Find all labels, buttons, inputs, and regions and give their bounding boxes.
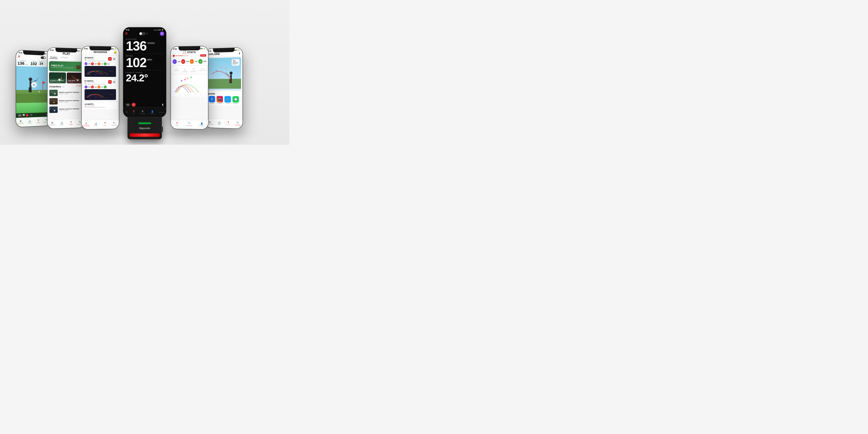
svg-text:25: 25: [174, 94, 176, 95]
video-icon-2[interactable]: ▶: [113, 80, 116, 84]
tab-stats-2[interactable]: 📊 STATS: [57, 121, 66, 126]
phone-main-display: 9:41 ▲▲▲ WiFi 🔋 R ☾ P DISTANCE: [123, 27, 166, 118]
distance-main-stat: DISTANCE 136 YARDS: [123, 38, 166, 52]
phone4-inner: R ☾ P DISTANCE 136 YARDS: [123, 28, 166, 117]
phone1-stats-row: DISTANCE 136 YARDS SPEED 102 LAUNCH: [16, 59, 51, 67]
closest-to-pin-card[interactable]: CLOSEST TO THE PIN IMPROVE YOUR GAME 2D: [49, 72, 66, 83]
golfer-card[interactable]: 71 RICKIE F. 62.com: [207, 57, 241, 90]
comp-photo-2: [50, 98, 58, 104]
stat-cell-trajectory: — TRAJECTORY: [198, 66, 207, 73]
twitter-share[interactable]: 🐦 Twitter: [224, 96, 231, 104]
share-btn-main[interactable]: ⬆: [161, 103, 164, 106]
comp-item-1[interactable]: Weekly Long Drive Challenge 9 May - 16 M…: [48, 89, 85, 97]
play-button[interactable]: ▶: [31, 82, 37, 88]
phone4-status-bar: 9:41 ▲▲▲ WiFi 🔋: [123, 28, 166, 31]
profile-button[interactable]: P: [160, 31, 164, 36]
svg-rect-69: [230, 74, 231, 80]
golfer-image: ▶: [16, 66, 51, 103]
view-2d-btn-main[interactable]: 2D: [125, 103, 130, 106]
club-badge-4i: 4i: [198, 59, 203, 64]
location-2: 📍 Laguna National Golf Club, USA: [85, 83, 105, 85]
facebook-share[interactable]: f Facebook: [209, 96, 215, 104]
rapsodo-device-stand: Rapsodo: [127, 116, 162, 139]
whatsapp-icon: 💬: [232, 96, 239, 103]
tab-sessions-3[interactable]: ☰ SESSIONS: [82, 122, 91, 126]
tab-explore-5[interactable]: 🔭 EXPLORE: [183, 122, 196, 126]
main-tab-play[interactable]: 📍 PLAY: [132, 110, 135, 114]
video-icon-1[interactable]: ▶: [113, 57, 116, 61]
menu-btn[interactable]: ☰: [18, 114, 22, 117]
club-selector: 8i 7i 4i: [159, 112, 164, 113]
phone4-theme-toggle[interactable]: ☾: [139, 32, 149, 35]
twitter-icon: 🐦: [224, 96, 231, 102]
record-btn-main[interactable]: ●: [132, 103, 135, 107]
comp-item-3[interactable]: Weekly Long Drive Challenge 9 May - 31 M…: [48, 105, 85, 114]
main-tab-explore[interactable]: 🔭 EXPLORE: [140, 110, 145, 114]
svg-text:175: 175: [204, 94, 206, 95]
main-tab-menu[interactable]: ☰: [126, 111, 128, 114]
svg-text:250: 250: [105, 97, 107, 98]
stat-cell-distance: — DISTANCE: [172, 66, 181, 73]
phone5-content: 📋 STATS DECEMBER, 5 - 12 3M ▼: [171, 46, 208, 129]
tab-explore-3[interactable]: 🔭 EXPLORE: [110, 122, 119, 126]
device-side-button[interactable]: [161, 127, 163, 132]
closest-text: CLOSEST TO THE PIN IMPROVE YOUR GAME: [50, 80, 63, 83]
speed-stat: SPEED 102: [30, 61, 37, 66]
multiplayer-tab[interactable]: Multiplayer: [60, 56, 69, 59]
tab-stats-1[interactable]: 📊 STATS: [25, 120, 34, 124]
heart-icon-1[interactable]: ♥: [108, 57, 112, 61]
stats-chart: 25 50 75 100 125 150 175: [172, 75, 207, 97]
tab-play-2[interactable]: 📍 PLAY: [66, 121, 75, 125]
heart-icon-2[interactable]: ♥: [108, 80, 112, 84]
period-selector[interactable]: 3M ▼: [200, 54, 206, 57]
practice-tab[interactable]: Practice: [50, 56, 58, 59]
tab-stats-6[interactable]: 📊 STATS: [214, 121, 224, 125]
free-play-card[interactable]: FREE PLAY UNLIMITED SHOTS & NO TIME LIMI…: [49, 61, 83, 72]
long-drive-text: LONG DRIVE CHALLENGE: [68, 80, 75, 83]
date-range-row: DECEMBER, 5 - 12 3M ▼: [173, 54, 206, 57]
tab-play-6[interactable]: 📍 PLAY: [224, 121, 233, 126]
main-tab-profile[interactable]: 👤 PROFILE: [150, 110, 155, 114]
phone6-inner: EXPLORE ⬆: [206, 48, 243, 129]
tab-sessions-2[interactable]: ☰ SESSIONS: [48, 122, 57, 126]
session-item-2[interactable]: 57 SHOTS Apr 12 at 6:38 PM 📍 Laguna Nati…: [83, 79, 118, 101]
challenge-row: CLOSEST TO THE PIN IMPROVE YOUR GAME 2D: [49, 72, 83, 84]
comp-item-2[interactable]: Weekly Long Drive Challenge 9 May - 16 M…: [48, 97, 85, 105]
tab-play-5[interactable]: 📍 PLAY: [171, 122, 183, 126]
tab-sessions-1[interactable]: ☰ SESSIONS: [16, 120, 25, 124]
bell-icon[interactable]: 🔔: [114, 51, 117, 54]
session-item-1[interactable]: 28 SHOTS Apr 12 at 6:38 PM 📍 Laguna Nati…: [83, 56, 118, 78]
phone-explore: 9:41 ▲▲▲ WiFi 🔋 EXPLORE ⬆: [205, 48, 243, 129]
svg-rect-50: [172, 75, 207, 96]
instagram-share[interactable]: 📷 Instagram: [216, 96, 223, 104]
view-2d-btn[interactable]: 2D: [29, 114, 33, 117]
phone5-tab-bar: 📍 PLAY 🔭 EXPLORE 👤 PROFILE: [171, 120, 208, 129]
svg-rect-70: [229, 80, 230, 83]
stat-cell-side: — SIDE EFFICIENCY: [181, 66, 189, 74]
theme-toggle[interactable]: [41, 56, 45, 59]
svg-text:Rapsodo: Rapsodo: [108, 70, 113, 72]
long-drive-card[interactable]: LONG DRIVE CHALLENGE: [67, 72, 83, 83]
phone-play: 9:41 ▲▲▲ WiFi 🔋 PLAY Practice Multiplaye…: [47, 48, 85, 129]
record-btn[interactable]: ●: [26, 114, 28, 117]
tab-play-3[interactable]: 📍 PLAY: [100, 122, 110, 126]
led-indicator: [138, 123, 151, 124]
tab-play-1[interactable]: 📍 PLAY: [34, 119, 43, 124]
divider-1: [126, 53, 163, 54]
comp-info-1: Weekly Long Drive Challenge 9 May - 16 M…: [59, 91, 79, 94]
svg-text:50: 50: [85, 97, 87, 98]
free-play-inner: FREE PLAY UNLIMITED SHOTS & NO TIME LIMI…: [49, 61, 83, 72]
tab-profile-5[interactable]: 👤 PROFILE: [195, 122, 208, 126]
whatsapp-share[interactable]: 💬 Whatsapp: [232, 96, 239, 104]
share-icon-header[interactable]: ⬆: [239, 52, 241, 55]
phone2-content: PLAY Practice Multiplayer FREE PLAY UNLI…: [48, 48, 85, 129]
phone2-tab-bar: ☰ SESSIONS 📊 STATS 📍 PLAY 🔭 EXPLORE: [48, 119, 85, 129]
session-item-3[interactable]: 14 SHOTS Apr 12 at 6:38 PM 📍 Laguna Nati…: [83, 102, 118, 110]
comp-photo-3: [50, 106, 58, 113]
phone1-inner: R DISTANCE 136 YARDS: [16, 50, 51, 127]
competitions-header: Competitions 12 Complete: [48, 84, 85, 89]
svg-text:100: 100: [89, 97, 91, 98]
phone1-tab-bar: ☰ SESSIONS 📊 STATS 📍 PLAY 🔭 EXPLORE: [16, 117, 51, 127]
tab-stats-3[interactable]: 📊 STATS: [91, 122, 100, 126]
tab-explore-6[interactable]: 🔭 EXPLORE: [233, 122, 243, 126]
